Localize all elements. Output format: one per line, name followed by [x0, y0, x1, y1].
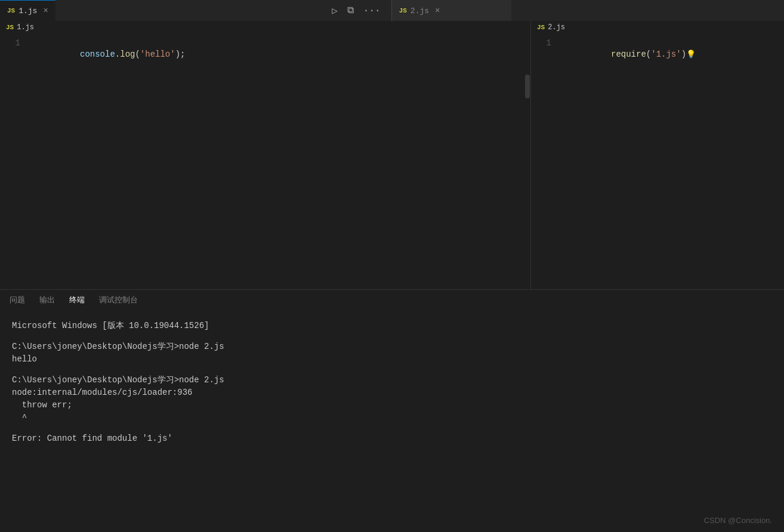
code-token-string: 'hello' — [140, 50, 175, 59]
panel-tab-problems-label: 问题 — [10, 295, 25, 305]
close-tab-1-button[interactable]: × — [43, 6, 48, 16]
terminal-blank-1 — [12, 332, 772, 341]
tab-2js[interactable]: JS 2.js × — [392, 0, 511, 21]
panel-tab-output[interactable]: 输出 — [39, 290, 55, 311]
terminal-line-4: C:\Users\joney\Desktop\Nodejs学习>node 2.j… — [12, 374, 772, 386]
terminal-line-7: ^ — [12, 412, 772, 424]
code-token-require: require — [611, 50, 646, 59]
panel-tab-debug-label: 调试控制台 — [99, 295, 138, 305]
breadcrumb-right: JS 2.js — [531, 21, 784, 34]
toolbar-actions: ▷ ⧉ ··· — [328, 2, 391, 19]
line-numbers-right: 1 — [531, 36, 561, 289]
code-token-req-paren: ( — [646, 50, 651, 59]
terminal-line-3: hello — [12, 353, 772, 366]
panel-tab-bar: 问题 输出 终端 调试控制台 — [0, 289, 784, 310]
tab-bar: JS 1.js × ▷ ⧉ ··· JS 2.js × — [0, 0, 784, 21]
code-token-req-string: '1.js' — [651, 50, 681, 59]
code-content-left[interactable]: console.log('hello'); — [30, 36, 530, 289]
terminal-line-8: Error: Cannot find module '1.js' — [12, 432, 772, 445]
panel-tab-terminal[interactable]: 终端 — [69, 290, 85, 311]
tab-name-2: 2.js — [410, 7, 429, 16]
code-area-left: 1 console.log('hello'); — [0, 34, 530, 289]
run-button[interactable]: ▷ — [328, 2, 341, 19]
more-actions-button[interactable]: ··· — [360, 3, 384, 18]
terminal-line-1: Microsoft Windows [版本 10.0.19044.1526] — [12, 320, 772, 332]
close-tab-2-button[interactable]: × — [435, 6, 440, 16]
editor-pane-right: JS 2.js 1 require('1.js')💡 — [531, 21, 784, 289]
tab-1js[interactable]: JS 1.js × — [0, 0, 55, 21]
panel-tab-problems[interactable]: 问题 — [10, 290, 25, 311]
breadcrumb-left: JS 1.js — [0, 21, 530, 34]
line-numbers-left: 1 — [0, 36, 30, 289]
code-token-console: console — [80, 50, 115, 59]
code-token-paren-open: ( — [135, 50, 140, 59]
split-editor-button[interactable]: ⧉ — [344, 2, 357, 18]
code-token-log: log — [120, 50, 135, 59]
tab-name-1: 1.js — [18, 7, 37, 16]
code-token-req-close: ) — [681, 50, 686, 59]
js-badge-1: JS — [7, 7, 15, 14]
terminal-blank-3 — [12, 424, 772, 432]
js-badge-2: JS — [399, 7, 407, 14]
code-line-right-1: require('1.js')💡 — [561, 38, 784, 72]
lightbulb-icon: 💡 — [686, 49, 696, 60]
watermark: CSDN @Concision. — [704, 516, 772, 525]
breadcrumb-badge-left: JS — [6, 24, 14, 31]
code-area-right: 1 require('1.js')💡 — [531, 34, 784, 289]
breadcrumb-filename-right: 2.js — [548, 23, 565, 32]
terminal-line-6: throw err; — [12, 399, 772, 412]
panel-tab-output-label: 输出 — [39, 295, 55, 305]
terminal-line-2: C:\Users\joney\Desktop\Nodejs学习>node 2.j… — [12, 341, 772, 353]
line-number-right-1: 1 — [531, 38, 551, 49]
scrollbar-left[interactable] — [525, 75, 530, 98]
panel-tab-terminal-label: 终端 — [69, 295, 85, 305]
code-token-paren-close: ); — [175, 50, 186, 59]
breadcrumb-filename-left: 1.js — [17, 23, 34, 32]
line-number-1: 1 — [0, 38, 20, 49]
terminal-blank-2 — [12, 366, 772, 374]
breadcrumb-badge-right: JS — [537, 24, 545, 31]
editor-area: JS 1.js 1 console.log('hello'); JS 2.js — [0, 21, 784, 289]
code-line-1: console.log('hello'); — [30, 38, 530, 72]
terminal-line-5: node:internal/modules/cjs/loader:936 — [12, 386, 772, 399]
panel-tab-debug-console[interactable]: 调试控制台 — [99, 290, 138, 311]
editor-pane-left: JS 1.js 1 console.log('hello'); — [0, 21, 531, 289]
code-token-dot: . — [115, 50, 120, 59]
terminal-area[interactable]: Microsoft Windows [版本 10.0.19044.1526] C… — [0, 310, 784, 532]
code-content-right[interactable]: require('1.js')💡 — [561, 36, 784, 289]
